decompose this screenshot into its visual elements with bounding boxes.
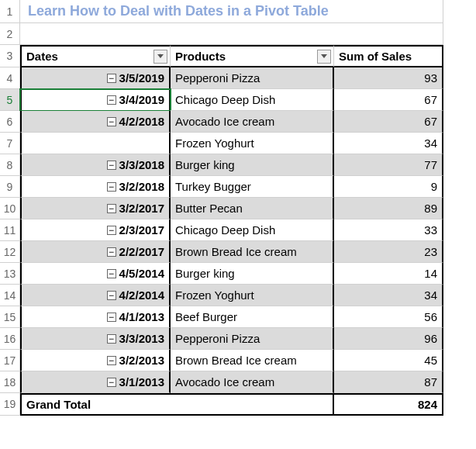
- collapse-icon[interactable]: −: [107, 334, 116, 344]
- pivot-product-cell[interactable]: Frozen Yoghurt: [171, 285, 334, 306]
- pivot-sales-cell: 34: [334, 285, 443, 306]
- date-value: 4/5/2014: [119, 267, 164, 280]
- collapse-icon[interactable]: −: [107, 204, 116, 213]
- pivot-sales-cell: 34: [334, 133, 443, 154]
- row-header: 12: [0, 241, 20, 263]
- pivot-sales-cell: 23: [334, 241, 443, 263]
- row-header: 2: [0, 23, 20, 45]
- date-value: 3/5/2019: [119, 71, 164, 85]
- pivot-sales-cell: 67: [334, 89, 443, 111]
- pivot-sales-cell: 93: [334, 67, 443, 89]
- pivot-sales-cell: 87: [334, 371, 443, 393]
- pivot-date-cell[interactable]: −4/2/2018: [20, 111, 171, 133]
- pivot-date-cell[interactable]: −2/3/2017: [20, 219, 171, 241]
- pivot-date-cell[interactable]: −4/5/2014: [20, 263, 171, 285]
- collapse-icon[interactable]: −: [107, 74, 116, 83]
- pivot-product-cell[interactable]: Butter Pecan: [171, 198, 334, 219]
- pivot-date-cell[interactable]: [20, 133, 171, 154]
- row-header: 16: [0, 328, 20, 350]
- pivot-sales-cell: 96: [334, 328, 443, 350]
- page-title: Learn How to Deal with Dates in a Pivot …: [20, 0, 443, 23]
- date-value: 3/2/2017: [119, 202, 164, 215]
- pivot-product-cell[interactable]: Brown Bread Ice cream: [171, 241, 334, 263]
- collapse-icon[interactable]: −: [107, 95, 116, 105]
- date-value: 3/3/2018: [119, 158, 164, 171]
- pivot-product-cell[interactable]: Brown Bread Ice cream: [171, 350, 334, 371]
- pivot-date-cell[interactable]: −3/2/2013: [20, 350, 171, 371]
- grand-total-value: 824: [334, 393, 443, 416]
- pivot-sales-cell: 56: [334, 306, 443, 328]
- pivot-product-cell[interactable]: Turkey Bugger: [171, 176, 334, 198]
- collapse-icon[interactable]: −: [107, 291, 116, 300]
- date-value: 2/3/2017: [119, 223, 164, 237]
- pivot-date-cell[interactable]: −2/2/2017: [20, 241, 171, 263]
- row-header: 4: [0, 67, 20, 89]
- collapse-icon[interactable]: −: [107, 356, 116, 365]
- row-header: 14: [0, 285, 20, 306]
- pivot-product-cell[interactable]: Burger king: [171, 263, 334, 285]
- collapse-icon[interactable]: −: [107, 182, 116, 192]
- column-header-products[interactable]: Products: [171, 45, 334, 67]
- row-header: 8: [0, 154, 20, 176]
- pivot-date-cell[interactable]: −3/2/2017: [20, 198, 171, 219]
- date-value: 4/2/2018: [119, 115, 164, 128]
- collapse-icon[interactable]: −: [107, 117, 116, 126]
- pivot-date-cell[interactable]: −3/3/2013: [20, 328, 171, 350]
- collapse-icon[interactable]: −: [107, 247, 116, 257]
- pivot-product-cell[interactable]: Pepperoni Pizza: [171, 67, 334, 89]
- pivot-sales-cell: 33: [334, 219, 443, 241]
- pivot-sales-cell: 77: [334, 154, 443, 176]
- collapse-icon[interactable]: −: [107, 161, 116, 170]
- pivot-date-cell[interactable]: −3/1/2013: [20, 371, 171, 393]
- row-header: 10: [0, 198, 20, 219]
- pivot-product-cell[interactable]: Frozen Yoghurt: [171, 133, 334, 154]
- row-header: 9: [0, 176, 20, 198]
- pivot-sales-cell: 89: [334, 198, 443, 219]
- row-header: 5: [0, 89, 20, 111]
- filter-dropdown-icon[interactable]: [317, 50, 331, 64]
- pivot-date-cell[interactable]: −4/1/2013: [20, 306, 171, 328]
- pivot-date-cell[interactable]: −3/3/2018: [20, 154, 171, 176]
- date-value: 3/1/2013: [119, 375, 164, 389]
- row-header: 17: [0, 350, 20, 371]
- pivot-product-cell[interactable]: Burger king: [171, 154, 334, 176]
- date-value: 3/2/2013: [119, 354, 164, 367]
- pivot-sales-cell: 14: [334, 263, 443, 285]
- date-value: 3/2/2018: [119, 180, 164, 193]
- row-header: 15: [0, 306, 20, 328]
- empty-cell: [20, 23, 443, 45]
- date-value: 4/2/2014: [119, 288, 164, 302]
- pivot-date-cell[interactable]: −3/2/2018: [20, 176, 171, 198]
- header-label: Products: [175, 50, 226, 63]
- pivot-product-cell[interactable]: Avocado Ice cream: [171, 111, 334, 133]
- column-header-sum: Sum of Sales: [334, 45, 443, 67]
- header-label: Dates: [26, 50, 58, 63]
- row-header: 6: [0, 111, 20, 133]
- row-header: 3: [0, 45, 20, 67]
- collapse-icon[interactable]: −: [107, 226, 116, 235]
- grand-total-label: Grand Total: [20, 393, 334, 416]
- pivot-product-cell[interactable]: Chicago Deep Dish: [171, 89, 334, 111]
- pivot-date-cell[interactable]: −4/2/2014: [20, 285, 171, 306]
- collapse-icon[interactable]: −: [107, 313, 116, 322]
- pivot-date-cell[interactable]: −3/4/2019: [20, 89, 171, 111]
- pivot-product-cell[interactable]: Beef Burger: [171, 306, 334, 328]
- date-value: 4/1/2013: [119, 310, 164, 323]
- row-header: 7: [0, 133, 20, 154]
- row-header: 13: [0, 263, 20, 285]
- pivot-sales-cell: 9: [334, 176, 443, 198]
- row-header: 19: [0, 393, 20, 416]
- pivot-product-cell[interactable]: Chicago Deep Dish: [171, 219, 334, 241]
- column-header-dates[interactable]: Dates↓: [20, 45, 171, 67]
- pivot-product-cell[interactable]: Avocado Ice cream: [171, 371, 334, 393]
- sort-dropdown-icon[interactable]: ↓: [153, 50, 167, 64]
- row-header: 1: [0, 0, 20, 23]
- collapse-icon[interactable]: −: [107, 378, 116, 387]
- date-value: 3/3/2013: [119, 332, 164, 345]
- date-value: 3/4/2019: [119, 93, 164, 106]
- collapse-icon[interactable]: −: [107, 269, 116, 278]
- pivot-sales-cell: 45: [334, 350, 443, 371]
- pivot-product-cell[interactable]: Pepperoni Pizza: [171, 328, 334, 350]
- row-header: 11: [0, 219, 20, 241]
- pivot-date-cell[interactable]: −3/5/2019: [20, 67, 171, 89]
